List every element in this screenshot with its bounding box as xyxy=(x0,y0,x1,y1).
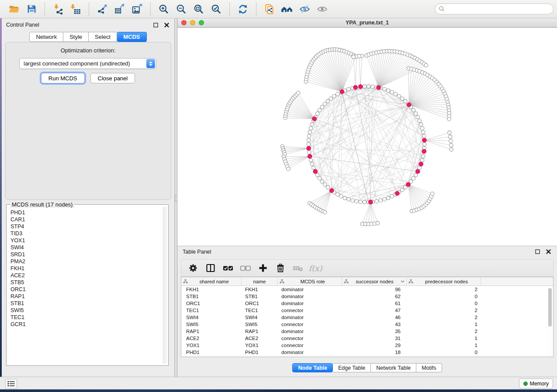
network-hub-node[interactable] xyxy=(422,149,426,154)
network-node[interactable] xyxy=(355,199,358,203)
network-hub-node[interactable] xyxy=(422,138,426,142)
network-node[interactable] xyxy=(420,127,424,130)
network-node[interactable] xyxy=(379,199,382,202)
network-hub-node[interactable] xyxy=(377,86,381,90)
task-history-button[interactable] xyxy=(5,379,17,389)
mcds-result-item[interactable]: STP4 xyxy=(10,223,162,230)
network-node[interactable] xyxy=(401,97,404,100)
network-hub-node[interactable] xyxy=(419,162,423,166)
table-row[interactable]: ORC1ORC1dominator610 xyxy=(181,300,553,307)
first-neighbors-button[interactable] xyxy=(278,1,296,17)
table-row[interactable]: SWI5SWI5connector431 xyxy=(181,321,553,328)
network-node[interactable] xyxy=(307,138,310,142)
memory-button[interactable]: Memory xyxy=(519,378,553,389)
network-node[interactable] xyxy=(363,200,366,204)
network-node[interactable] xyxy=(307,151,311,154)
network-node[interactable] xyxy=(412,108,415,112)
network-node[interactable] xyxy=(419,123,423,126)
network-node[interactable] xyxy=(430,192,434,196)
refresh-layout-button[interactable] xyxy=(234,1,252,17)
network-node[interactable] xyxy=(401,188,404,192)
network-node[interactable] xyxy=(312,166,315,169)
close-table-panel-button[interactable] xyxy=(545,248,552,255)
network-node[interactable] xyxy=(326,100,329,103)
network-hub-node[interactable] xyxy=(415,169,420,174)
network-node[interactable] xyxy=(371,85,374,88)
mcds-result-item[interactable]: CAR1 xyxy=(10,216,162,223)
network-node[interactable] xyxy=(420,158,424,162)
network-node[interactable] xyxy=(323,182,326,186)
network-node[interactable] xyxy=(315,112,319,115)
table-row[interactable]: YOX1YOX1connector291 xyxy=(181,342,553,349)
network-node[interactable] xyxy=(383,198,386,201)
network-node[interactable] xyxy=(394,92,397,96)
mcds-result-item[interactable]: YOX1 xyxy=(10,237,162,244)
network-node[interactable] xyxy=(326,186,329,189)
mcds-result-item[interactable]: RAP1 xyxy=(10,293,162,300)
network-node[interactable] xyxy=(387,89,390,92)
network-hub-node[interactable] xyxy=(340,89,344,94)
mcds-result-item[interactable]: PHD1 xyxy=(10,209,162,216)
add-column-button[interactable] xyxy=(256,261,270,275)
mcds-result-item[interactable]: STB1 xyxy=(10,300,162,307)
network-node[interactable] xyxy=(309,127,312,130)
mcds-result-item[interactable]: TEC1 xyxy=(10,314,162,321)
network-node[interactable] xyxy=(307,134,311,138)
network-node[interactable] xyxy=(418,119,421,122)
table-row[interactable]: PHD1PHD1dominator180 xyxy=(181,349,553,356)
network-node[interactable] xyxy=(357,54,361,58)
network-node[interactable] xyxy=(387,196,390,199)
column-header-successor-nodes[interactable]: successor nodes xyxy=(342,277,407,285)
tab-network-table[interactable]: Network Table xyxy=(371,363,416,372)
network-node[interactable] xyxy=(336,92,339,96)
zoom-out-button[interactable] xyxy=(173,1,190,17)
select-all-button[interactable] xyxy=(221,261,235,275)
delete-table-button[interactable] xyxy=(291,261,305,275)
float-panel-button[interactable] xyxy=(152,21,159,28)
delete-column-button[interactable] xyxy=(273,261,288,275)
network-node[interactable] xyxy=(323,102,326,106)
clone-network-button[interactable] xyxy=(261,1,278,17)
network-node[interactable] xyxy=(309,158,312,162)
network-node[interactable] xyxy=(416,115,419,119)
export-image-button[interactable] xyxy=(128,1,146,17)
network-node[interactable] xyxy=(423,142,426,146)
show-all-button[interactable] xyxy=(313,1,331,17)
network-node[interactable] xyxy=(320,105,324,109)
network-hub-node[interactable] xyxy=(407,103,411,107)
network-node[interactable] xyxy=(336,193,339,196)
mcds-result-item[interactable]: SWI5 xyxy=(10,307,162,314)
network-canvas-svg[interactable] xyxy=(177,28,557,246)
table-row[interactable]: TEC1TEC1connector472 xyxy=(181,307,553,314)
save-session-button[interactable] xyxy=(23,1,40,17)
mcds-result-item[interactable]: SRD1 xyxy=(10,251,162,258)
table-scrollbar[interactable] xyxy=(547,286,553,356)
network-node[interactable] xyxy=(383,87,386,91)
close-panel-action-button[interactable]: Close panel xyxy=(90,73,135,83)
network-node[interactable] xyxy=(332,94,336,98)
close-panel-button[interactable] xyxy=(163,21,170,28)
search-input[interactable] xyxy=(435,3,554,14)
import-network-button[interactable] xyxy=(49,1,67,17)
mcds-result-scrollbar[interactable] xyxy=(163,207,167,364)
network-node[interactable] xyxy=(390,195,394,198)
network-node[interactable] xyxy=(422,155,425,158)
network-node[interactable] xyxy=(347,198,350,201)
network-node[interactable] xyxy=(297,91,300,95)
network-node[interactable] xyxy=(308,131,311,134)
mcds-result-item[interactable]: SWI4 xyxy=(10,244,162,251)
column-header-predecessor-nodes[interactable]: predecessor nodes xyxy=(407,277,481,285)
network-node[interactable] xyxy=(318,108,321,112)
network-hub-node[interactable] xyxy=(353,85,358,89)
column-header-shared-name[interactable]: shared name xyxy=(181,277,242,285)
tab-select[interactable]: Select xyxy=(89,32,117,42)
tab-edge-table[interactable]: Edge Table xyxy=(333,363,371,372)
export-table-button[interactable] xyxy=(111,1,128,17)
network-hub-node[interactable] xyxy=(395,191,399,196)
tab-network[interactable]: Network xyxy=(29,32,63,42)
tab-motifs[interactable]: Motifs xyxy=(416,363,442,372)
table-scrollbar-thumb[interactable] xyxy=(548,288,552,327)
zoom-selected-button[interactable] xyxy=(208,1,225,17)
mcds-result-item[interactable]: STB5 xyxy=(10,279,162,286)
optimization-criterion-dropdown[interactable]: largest connected component (undirected) xyxy=(19,58,156,69)
